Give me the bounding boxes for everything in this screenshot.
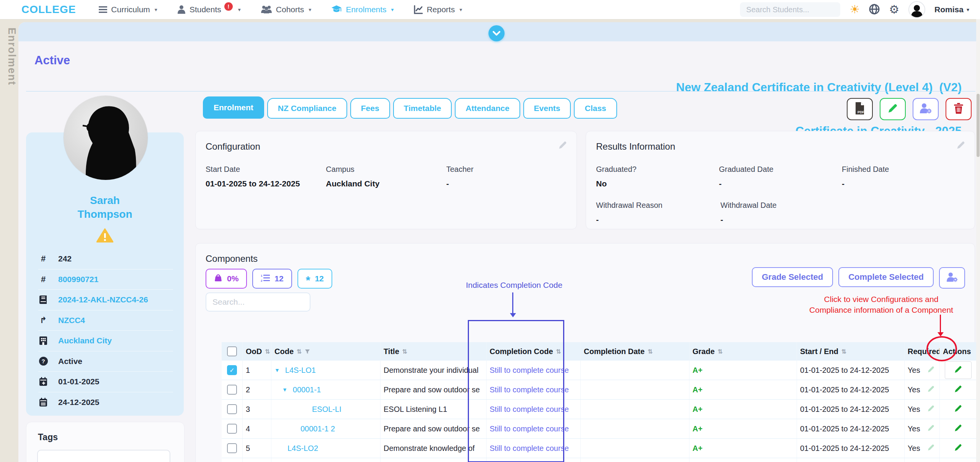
edit-component-button[interactable] <box>945 459 971 462</box>
user-menu[interactable]: Romisa▾ <box>934 5 969 14</box>
scrollbar-track <box>976 19 980 462</box>
detail-student-number[interactable]: # 800990721 <box>38 269 173 290</box>
detail-campus[interactable]: Auckland City <box>38 331 173 351</box>
completion-code-annotation: Indicates Completion Code <box>445 281 583 290</box>
row-checkbox[interactable] <box>227 385 237 395</box>
component-title: Demonstrate knowledge of <box>381 439 487 458</box>
top-navbar: COLLEGE Curriculum ▾ Students ! ▾ Cohort… <box>0 0 980 19</box>
edit-component-button[interactable] <box>945 381 971 398</box>
row-checkbox[interactable] <box>227 404 237 414</box>
export-pdf-button[interactable]: PDF <box>847 98 873 120</box>
filter-icon[interactable] <box>305 347 310 356</box>
settings-button[interactable]: ⚙ <box>889 4 899 15</box>
edit-enrolment-button[interactable] <box>880 98 906 120</box>
hash-icon: # <box>38 254 48 264</box>
edit-required-icon[interactable] <box>927 405 935 414</box>
detail-cohort-code[interactable]: 2024-12-AKL-NZCC4-26 <box>38 290 173 310</box>
component-title: Prepare and sow outdoor se <box>381 419 487 438</box>
calendar-plus-icon <box>38 377 48 386</box>
app-logo[interactable]: COLLEGE <box>21 3 76 16</box>
collapse-toggle-button[interactable] <box>488 25 505 41</box>
scrollbar-thumb[interactable] <box>977 94 980 157</box>
tab-events[interactable]: Events <box>523 98 571 119</box>
header-code[interactable]: Code⇅ <box>271 342 381 361</box>
component-code-link[interactable]: L4S-LO1 <box>285 366 316 375</box>
configuration-title: Configuration <box>206 141 577 152</box>
edit-required-icon[interactable] <box>927 444 935 453</box>
expand-row-icon[interactable]: ▼ <box>274 367 280 373</box>
component-code-link[interactable]: 00001-1 2 <box>301 424 335 433</box>
tab-nz-compliance[interactable]: NZ Compliance <box>267 98 347 119</box>
header-actions: Actions <box>940 342 977 361</box>
header-completion-code[interactable]: Completion Code⇅ <box>487 342 581 361</box>
tags-input[interactable] <box>37 450 170 462</box>
assign-user-button[interactable] <box>939 267 965 289</box>
edit-component-button[interactable] <box>945 401 971 418</box>
component-code-link[interactable]: L4S-LO2 <box>287 444 318 453</box>
manage-user-button[interactable] <box>913 98 939 120</box>
component-code-link[interactable]: ESOL-LI <box>312 405 341 414</box>
required-count-badge[interactable]: * 12 <box>297 269 332 289</box>
nav-item-enrolments[interactable]: Enrolments ▾ <box>331 5 394 14</box>
tab-class[interactable]: Class <box>574 98 617 119</box>
header-grade[interactable]: Grade⇅ <box>689 342 797 361</box>
grade-selected-button[interactable]: Grade Selected <box>752 267 833 287</box>
table-row: 2 ▼00001-1 Prepare and sow outdoor se St… <box>222 380 977 400</box>
config-teacher: Teacher - <box>446 165 567 188</box>
nav-item-reports[interactable]: Reports ▾ <box>414 5 462 14</box>
avatar[interactable] <box>908 1 925 18</box>
edit-required-icon[interactable] <box>927 424 935 434</box>
language-button[interactable] <box>869 4 880 16</box>
complete-selected-button[interactable]: Complete Selected <box>838 267 934 287</box>
tab-timetable[interactable]: Timetable <box>393 98 452 119</box>
tab-fees[interactable]: Fees <box>350 98 390 119</box>
tab-enrolment[interactable]: Enrolment <box>203 96 264 119</box>
completion-code-link[interactable]: Still to complete course <box>490 444 569 453</box>
edit-component-button[interactable] <box>945 440 971 457</box>
pencil-icon <box>954 385 962 395</box>
search-input[interactable] <box>740 2 840 17</box>
nav-item-cohorts[interactable]: Cohorts ▾ <box>261 5 312 14</box>
completion-code-link[interactable]: Still to complete course <box>490 405 569 414</box>
edit-required-icon[interactable] <box>927 366 935 375</box>
detail-programme-code[interactable]: ↱ NZCC4 <box>38 310 173 331</box>
chart-icon <box>414 5 423 14</box>
theme-toggle-button[interactable]: ☀ <box>849 4 860 15</box>
config-campus: Campus Auckland City <box>326 165 446 188</box>
component-code-link[interactable]: 00001-1 <box>293 385 321 394</box>
chevron-down-icon: ▾ <box>309 7 311 13</box>
expand-row-icon[interactable]: ▼ <box>282 387 287 393</box>
progress-badge[interactable]: 0% <box>206 269 247 289</box>
edit-component-button[interactable] <box>945 361 972 379</box>
components-title: Components <box>206 253 975 264</box>
pencil-icon <box>954 424 962 434</box>
sun-icon: ☀ <box>849 4 860 15</box>
components-search-input[interactable] <box>206 292 310 312</box>
components-count-badge[interactable]: 12 12 <box>252 269 292 289</box>
row-checkbox[interactable] <box>227 443 237 453</box>
row-checkbox[interactable]: ✓ <box>227 365 237 375</box>
header-title[interactable]: Title⇅ <box>381 342 487 361</box>
nav-item-students[interactable]: Students ! ▾ <box>177 5 241 14</box>
nav-item-curriculum[interactable]: Curriculum ▾ <box>99 5 157 14</box>
tab-attendance[interactable]: Attendance <box>455 98 520 119</box>
enrolment-side-tab[interactable]: Enrolment <box>2 28 18 86</box>
edit-required-icon[interactable] <box>927 385 935 395</box>
sort-icon: ⇅ <box>297 348 302 355</box>
select-all-checkbox[interactable] <box>227 346 237 356</box>
sort-icon: ⇅ <box>265 348 270 355</box>
completion-code-link[interactable]: Still to complete course <box>490 424 569 433</box>
gear-icon: ⚙ <box>889 4 899 15</box>
header-start-end[interactable]: Start / End⇅ <box>797 342 905 361</box>
completion-code-link[interactable]: Still to complete course <box>490 366 569 375</box>
row-checkbox[interactable] <box>227 424 237 434</box>
edit-results-button[interactable] <box>956 140 965 151</box>
configuration-card: Configuration Start Date 01-01-2025 to 2… <box>195 131 577 229</box>
detail-internal-id: # 242 <box>38 249 173 269</box>
delete-enrolment-button[interactable] <box>946 98 972 120</box>
edit-configuration-button[interactable] <box>558 140 567 151</box>
completion-code-link[interactable]: Still to complete course <box>490 385 569 394</box>
header-ood[interactable]: OoD⇅ <box>243 342 271 361</box>
header-completion-date[interactable]: Completion Date⇅ <box>581 342 689 361</box>
edit-component-button[interactable] <box>945 420 971 437</box>
